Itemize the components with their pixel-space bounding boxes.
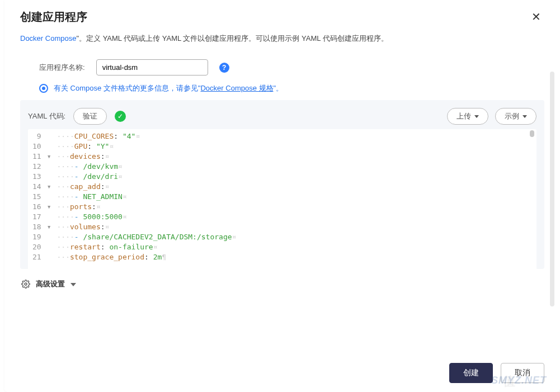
modal-title: 创建应用程序 (20, 10, 87, 25)
caret-down-icon (474, 115, 479, 118)
modal-description: Docker Compose"。定义 YAML 代码或上传 YAML 文件以创建… (20, 28, 544, 45)
advanced-settings-toggle[interactable]: 高级设置 (20, 269, 544, 289)
body-scrollbar[interactable] (550, 72, 554, 306)
app-name-row: 应用程序名称: ? (39, 59, 544, 75)
chevron-down-icon (70, 283, 76, 286)
desc-text: "。定义 YAML 代码或上传 YAML 文件以创建应用程序。可以使用示例 YA… (76, 34, 388, 42)
app-name-label: 应用程序名称: (39, 63, 85, 73)
caret-down-icon (523, 115, 527, 118)
yaml-block: YAML 代码: 验证 ✓ 上传 示例 9 10 11 ▾12 13 14 ▾1… (20, 100, 544, 269)
compose-spec-info: 有关 Compose 文件格式的更多信息，请参见"Docker Compose … (39, 83, 544, 93)
gear-icon (21, 280, 30, 289)
info-icon (39, 84, 48, 93)
scrollbar-thumb[interactable] (530, 130, 534, 137)
modal-body: Docker Compose"。定义 YAML 代码或上传 YAML 文件以创建… (4, 28, 560, 361)
compose-spec-link[interactable]: Docker Compose 规格 (200, 84, 273, 92)
cancel-button[interactable]: 取消 (501, 363, 544, 383)
modal-header: 创建应用程序 ✕ (4, 0, 560, 28)
info-text-post: "。 (274, 84, 284, 92)
create-button[interactable]: 创建 (449, 363, 493, 383)
editor-gutter: 9 10 11 ▾12 13 14 ▾15 16 ▾17 18 ▾19 20 2… (28, 129, 54, 269)
upload-button[interactable]: 上传 (447, 108, 488, 125)
yaml-toolbar: YAML 代码: 验证 ✓ 上传 示例 (28, 108, 537, 125)
example-button[interactable]: 示例 (495, 108, 537, 125)
docker-compose-link[interactable]: Docker Compose (20, 34, 76, 42)
help-icon[interactable]: ? (219, 63, 229, 73)
validate-button[interactable]: 验证 (73, 108, 107, 125)
yaml-label: YAML 代码: (28, 111, 65, 121)
editor-code[interactable]: ····CPU_CORES: "4"¤····GPU: "Y"¤···devic… (54, 129, 537, 269)
close-icon[interactable]: ✕ (528, 9, 544, 25)
editor-scrollbar[interactable] (529, 129, 535, 269)
yaml-editor[interactable]: 9 10 11 ▾12 13 14 ▾15 16 ▾17 18 ▾19 20 2… (28, 129, 537, 269)
advanced-label: 高级设置 (36, 279, 65, 289)
create-app-modal: 创建应用程序 ✕ Docker Compose"。定义 YAML 代码或上传 Y… (4, 0, 560, 392)
info-text-pre: 有关 Compose 文件格式的更多信息，请参见" (54, 84, 200, 92)
app-name-input[interactable] (96, 59, 208, 75)
validate-ok-icon: ✓ (115, 111, 126, 122)
svg-point-0 (25, 283, 27, 285)
modal-footer: 创建 取消 (4, 355, 560, 392)
